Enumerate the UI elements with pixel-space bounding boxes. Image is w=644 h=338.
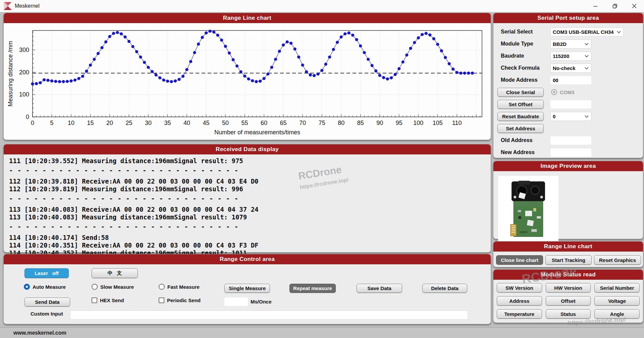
svg-text:45: 45 xyxy=(203,120,210,126)
svg-text:95: 95 xyxy=(396,120,402,126)
language-toggle-button[interactable]: 中 文 xyxy=(92,268,138,278)
svg-text:10: 10 xyxy=(68,120,74,126)
baudrate-dropdown[interactable]: 115200 xyxy=(550,52,591,61)
svg-text:75: 75 xyxy=(319,120,325,126)
single-measure-button[interactable]: Single Measure xyxy=(224,284,270,293)
send-data-button[interactable]: Send Data xyxy=(24,297,70,307)
range-control-header: Range Control area xyxy=(4,254,491,264)
status-bar: www.meskernel.com xyxy=(0,327,644,338)
serial-port-panel: Serial Port setup area Serial Select COM… xyxy=(493,13,643,158)
laser-toggle-button[interactable]: Laser off xyxy=(24,268,69,278)
periodic-send-checkbox[interactable] xyxy=(159,297,164,303)
set-offset-button[interactable]: Set Offset xyxy=(497,100,544,109)
svg-text:30: 30 xyxy=(145,120,152,126)
svg-text:100: 100 xyxy=(19,91,29,98)
voltage-button[interactable]: Voltage xyxy=(594,296,640,306)
svg-text:300: 300 xyxy=(19,47,29,53)
minimize-icon xyxy=(593,4,598,8)
angle-button[interactable]: Angle xyxy=(594,309,640,319)
log-line: 111 [10:20:39.552] Measuring distance:19… xyxy=(9,157,491,165)
range-line-chart-svg: 0510152025303540455055606570758085909510… xyxy=(4,23,490,139)
auto-measure-radio[interactable] xyxy=(24,284,30,290)
log-line: 113 [10:20:40.083] Receive:AA 00 00 22 0… xyxy=(9,206,491,213)
status-button[interactable]: Status xyxy=(546,309,591,319)
svg-text:200: 200 xyxy=(19,69,29,76)
baudrate-label: Baudrate xyxy=(501,53,550,59)
periodic-send-label: Periodic Send xyxy=(167,297,201,303)
module-status-panel: Module Status read SW VersionHW VersionS… xyxy=(493,269,643,323)
serial-select-dropdown[interactable]: COM3 USB-SERIAL CH34 xyxy=(550,27,624,37)
svg-text:20: 20 xyxy=(106,120,113,126)
set-address-button[interactable]: Set Address xyxy=(497,124,544,133)
svg-text:60: 60 xyxy=(261,120,267,126)
window-title: Meskernel xyxy=(15,3,40,9)
mode-address-input[interactable] xyxy=(550,76,591,84)
svg-text:35: 35 xyxy=(164,120,171,126)
check-formula-dropdown[interactable]: No-check xyxy=(550,64,591,73)
minimize-button[interactable] xyxy=(586,0,605,12)
new-address-input[interactable] xyxy=(550,148,591,157)
fast-measure-label: Fast Measure xyxy=(167,284,200,290)
svg-text:55: 55 xyxy=(241,120,248,126)
serial-number-button[interactable]: Serial Number xyxy=(594,283,640,292)
received-data-header: Received Data display xyxy=(4,144,491,154)
hex-send-label: HEX Send xyxy=(100,297,124,303)
start-tracking-button[interactable]: Start Tracking xyxy=(545,255,592,265)
received-log[interactable]: 111 [10:20:39.552] Measuring distance:19… xyxy=(4,154,491,255)
log-line: 114 [10:20:40.351] Receive:AA 00 00 22 0… xyxy=(9,242,491,249)
module-type-dropdown[interactable]: BB2D xyxy=(550,40,591,49)
log-line: 112 [10:20:39.818] Receive:AA 00 00 22 0… xyxy=(9,178,491,185)
address-button[interactable]: Address xyxy=(497,296,542,306)
com-port-radio[interactable] xyxy=(551,89,557,95)
close-line-chart-button[interactable]: Close line chart xyxy=(496,255,543,265)
image-preview-panel: Image Preview area xyxy=(493,161,643,239)
chevron-down-icon xyxy=(584,115,589,118)
svg-text:15: 15 xyxy=(87,120,94,126)
custom-input-field[interactable] xyxy=(70,311,468,320)
chevron-down-icon xyxy=(584,67,589,70)
restore-icon xyxy=(612,4,618,9)
slow-measure-radio[interactable] xyxy=(92,284,98,290)
module-type-value: BB2D xyxy=(553,41,567,47)
reset-baudrate-dropdown[interactable]: 0 xyxy=(550,112,591,121)
svg-text:100: 100 xyxy=(413,120,423,126)
module-type-label: Module Type xyxy=(501,41,550,47)
close-icon xyxy=(632,4,637,8)
offset-button[interactable]: Offset xyxy=(546,296,591,306)
module-photo xyxy=(498,176,558,243)
svg-text:70: 70 xyxy=(299,120,306,126)
close-serial-button[interactable]: Close Serial xyxy=(497,88,544,97)
fast-measure-radio[interactable] xyxy=(159,284,165,290)
ms-once-input[interactable] xyxy=(224,297,248,306)
svg-text:5: 5 xyxy=(50,120,54,126)
log-line: 113 [10:20:40.083] Measuring distance:19… xyxy=(9,213,491,221)
reset-baudrate-button[interactable]: Reset Baudrate xyxy=(497,112,544,121)
save-data-button[interactable]: Save Data xyxy=(357,284,402,293)
com-port-label: COM3 xyxy=(560,89,574,95)
temperature-button[interactable]: Temperature xyxy=(497,309,542,319)
line-chart-controls-panel: Range Line chart Close line chart Start … xyxy=(493,241,643,267)
mode-address-label: Mode Address xyxy=(501,77,550,83)
module-status-grid: SW VersionHW VersionSerial NumberAddress… xyxy=(497,283,640,319)
app-logo-icon xyxy=(3,2,12,10)
restore-button[interactable] xyxy=(605,0,625,12)
old-address-input[interactable] xyxy=(550,136,591,145)
slow-measure-label: Slow Measure xyxy=(100,284,134,290)
status-bar-text: www.meskernel.com xyxy=(13,330,66,336)
hex-send-checkbox[interactable] xyxy=(92,297,97,303)
sw-version-button[interactable]: SW Version xyxy=(497,283,542,292)
delete-data-button[interactable]: Delete Data xyxy=(422,284,467,293)
svg-text:Number of measurements/times: Number of measurements/times xyxy=(214,129,300,136)
chevron-down-icon xyxy=(616,30,621,33)
svg-text:0: 0 xyxy=(26,114,29,120)
baudrate-value: 115200 xyxy=(553,53,569,59)
svg-text:85: 85 xyxy=(357,120,364,126)
close-button[interactable] xyxy=(625,0,644,12)
svg-text:90: 90 xyxy=(376,120,383,126)
repeat-measure-button[interactable]: Repeat measure xyxy=(289,284,336,293)
set-offset-input[interactable] xyxy=(550,100,591,109)
reset-graphics-button[interactable]: Reset Graphics xyxy=(594,255,641,265)
hw-version-button[interactable]: HW Version xyxy=(546,283,591,292)
check-formula-value: No-check xyxy=(553,65,576,71)
auto-measure-label: Auto Measure xyxy=(33,284,66,290)
